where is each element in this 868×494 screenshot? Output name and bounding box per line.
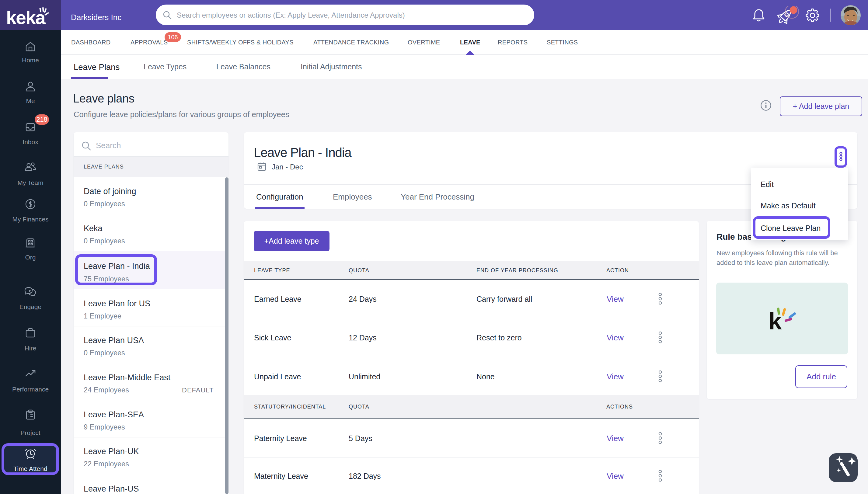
svg-text:k: k bbox=[769, 308, 782, 333]
